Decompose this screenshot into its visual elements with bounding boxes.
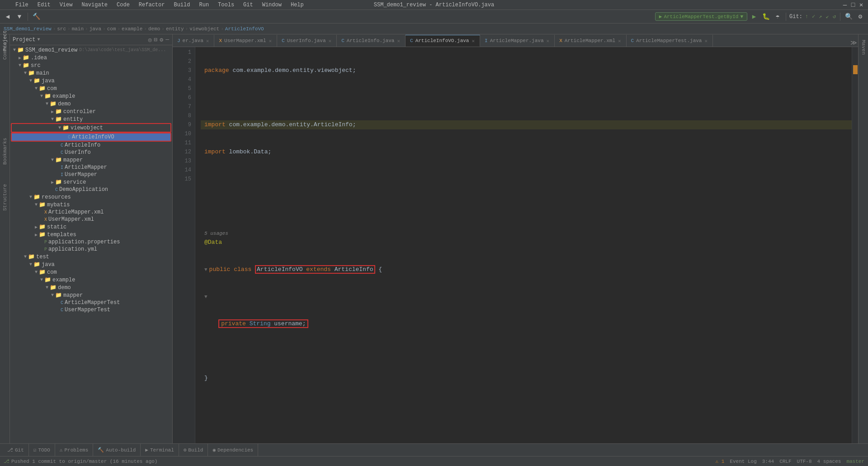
git-update-button[interactable]: ↑ [804, 13, 809, 21]
project-locate-icon[interactable]: ◎ [148, 36, 152, 44]
recent-files-button[interactable]: ▼ [14, 12, 24, 22]
breadcrumb-root[interactable]: SSM_demo1_review [4, 26, 52, 32]
tab-articleinfo-java[interactable]: C ArticleInfo.java ✕ [337, 35, 406, 47]
menu-edit[interactable]: Edit [36, 1, 52, 9]
tree-com[interactable]: ▼ 📁 com [10, 85, 172, 92]
settings-button[interactable]: ⚙ [855, 12, 865, 22]
run-config-selector[interactable]: ▶ ArticleMapperTest.getById ▼ [655, 12, 747, 21]
menu-refactor[interactable]: Refactor [137, 1, 167, 9]
git-branch-button[interactable]: master [846, 459, 864, 464]
tree-java-test[interactable]: ▼ 📁 java [10, 261, 172, 268]
tree-userinfo[interactable]: C UserInfo [10, 149, 172, 156]
tree-application-properties[interactable]: P application.properties [10, 238, 172, 246]
fold-arrow[interactable]: ▼ [204, 292, 208, 301]
tree-viewobject[interactable]: ▼ 📁 viewobject [11, 123, 171, 133]
tree-templates[interactable]: ▶ 📁 templates [10, 231, 172, 238]
coverage-button[interactable]: ☂ [773, 12, 783, 22]
menu-git[interactable]: Git [241, 1, 255, 9]
tab-close-button[interactable]: ✕ [206, 38, 210, 44]
tab-close-button[interactable]: ✕ [268, 38, 272, 44]
project-collapse-icon[interactable]: ⊟ [154, 36, 158, 44]
breadcrumb-src[interactable]: src [57, 26, 66, 32]
search-everywhere-button[interactable]: 🔍 [844, 12, 854, 22]
tab-userinfo-java[interactable]: C UserInfo.java ✕ [277, 35, 337, 47]
tab-articlemappertest-java[interactable]: C ArticleMapperTest.java ✕ [627, 35, 713, 47]
tree-example[interactable]: ▼ 📁 example [10, 92, 172, 100]
maven-panel-button[interactable]: Maven [860, 36, 867, 58]
tree-mapper[interactable]: ▼ 📁 mapper [10, 156, 172, 164]
bottom-tab-auto-build[interactable]: 🔨 Auto-build [93, 444, 141, 456]
warning-badge[interactable]: ⚠ 1 [715, 458, 724, 464]
tree-com-test[interactable]: ▼ 📁 com [10, 268, 172, 276]
menu-navigate[interactable]: Navigate [80, 1, 109, 9]
charset-indicator[interactable]: UTF-8 [797, 459, 812, 464]
run-button[interactable]: ▶ [749, 12, 759, 22]
minimize-button[interactable]: — [842, 2, 848, 8]
tree-root[interactable]: ▼ 📁 SSM_demo1_review D:\Java\code\test_j… [10, 46, 172, 54]
commit-panel-button[interactable]: Commit [0, 46, 9, 55]
tree-articleinfo[interactable]: C ArticleInfo [10, 142, 172, 149]
tab-close-button[interactable]: ✕ [618, 38, 622, 44]
tree-application-yml[interactable]: P application.yml [10, 246, 172, 253]
menu-view[interactable]: View [58, 1, 75, 9]
breadcrumb-file[interactable]: ArticleInfoVO [225, 26, 264, 32]
debug-button[interactable]: 🐛 [761, 12, 771, 22]
tree-test[interactable]: ▼ 📁 test [10, 253, 172, 261]
git-revert-button[interactable]: ↺ [832, 12, 837, 21]
code-text[interactable]: package com.example.demo.entity.viewobje… [195, 47, 852, 443]
bottom-tab-terminal[interactable]: ▶ Terminal [141, 444, 179, 456]
tree-idea[interactable]: ▶ 📁 .idea [10, 54, 172, 62]
tree-articleinfovo[interactable]: C ArticleInfoVO [11, 133, 171, 142]
menu-code[interactable]: Code [115, 1, 132, 9]
tree-articlemappertest[interactable]: C ArticleMapperTest [10, 299, 172, 306]
tree-src[interactable]: ▼ 📁 src [10, 62, 172, 69]
git-history-button[interactable]: ↗ [818, 12, 823, 21]
tab-articleinfovo-java[interactable]: C ArticleInfoVO.java ✕ [406, 35, 480, 47]
tree-mybatis[interactable]: ▼ 📁 mybatis [10, 201, 172, 209]
git-push-button[interactable]: ✓ [811, 12, 816, 21]
project-hide-icon[interactable]: — [165, 36, 170, 44]
back-button[interactable]: ◀ [3, 12, 13, 22]
menu-help[interactable]: Help [289, 1, 306, 9]
tab-articlemapper-java[interactable]: I ArticleMapper.java ✕ [480, 35, 555, 47]
tree-mapper-test[interactable]: ▼ 📁 mapper [10, 291, 172, 299]
build-button[interactable]: 🔨 [31, 12, 41, 22]
bookmarks-panel-button[interactable]: Bookmarks [0, 147, 9, 156]
run-config-dropdown-icon[interactable]: ▼ [740, 14, 743, 19]
tab-close-button[interactable]: ✕ [328, 38, 332, 44]
tab-usermapper-xml[interactable]: X UserMapper.xml ✕ [214, 35, 277, 47]
tree-main[interactable]: ▼ 📁 main [10, 69, 172, 77]
tree-demoapplication[interactable]: C DemoApplication [10, 186, 172, 193]
close-button[interactable]: ✕ [858, 2, 864, 8]
project-settings-icon[interactable]: ⚙ [159, 36, 164, 44]
bottom-tab-todo[interactable]: ☑ TODO [29, 444, 55, 456]
breadcrumb-viewobject[interactable]: viewobject [189, 26, 219, 32]
menu-file[interactable]: File [14, 1, 30, 9]
tab-close-button[interactable]: ✕ [396, 38, 401, 44]
tree-articlemapper[interactable]: I ArticleMapper [10, 164, 172, 171]
tree-articlemapper-xml[interactable]: X ArticleMapper.xml [10, 209, 172, 216]
tab-close-button[interactable]: ✕ [546, 38, 550, 44]
menu-window[interactable]: Window [260, 1, 283, 9]
bottom-tab-problems[interactable]: ⚠ Problems [55, 444, 93, 456]
project-dropdown-icon[interactable]: ▼ [37, 37, 40, 42]
tree-demo[interactable]: ▼ 📁 demo [10, 100, 172, 108]
tree-java[interactable]: ▼ 📁 java [10, 77, 172, 85]
indent-indicator[interactable]: 4 spaces [817, 459, 841, 464]
breadcrumb-main[interactable]: main [72, 26, 84, 32]
line-col-indicator[interactable]: 3:44 [762, 459, 774, 464]
tab-er-java[interactable]: J er.java ✕ [173, 35, 214, 47]
tree-static[interactable]: ▶ 📁 static [10, 223, 172, 231]
structure-panel-button[interactable]: Structure [0, 193, 9, 202]
menu-tools[interactable]: Tools [216, 1, 236, 9]
bottom-tab-build[interactable]: ⚙ Build [179, 444, 208, 456]
breadcrumb-demo[interactable]: demo [148, 26, 160, 32]
maximize-button[interactable]: □ [850, 2, 856, 8]
git-branches-button[interactable]: ↙ [825, 12, 830, 21]
line-ending-indicator[interactable]: CRLF [779, 459, 791, 464]
tree-example-test[interactable]: ▼ 📁 example [10, 276, 172, 284]
menu-build[interactable]: Build [172, 1, 192, 9]
tab-articlemapper-xml[interactable]: X ArticleMapper.xml ✕ [555, 35, 626, 47]
bottom-tab-dependencies[interactable]: ◉ Dependencies [208, 444, 258, 456]
tree-service[interactable]: ▶ 📁 service [10, 178, 172, 186]
